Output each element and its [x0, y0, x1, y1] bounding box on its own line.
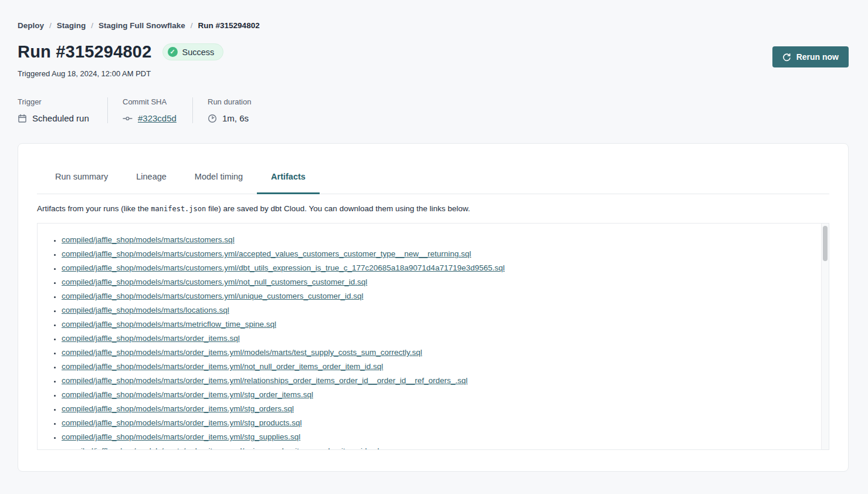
- artifact-link[interactable]: compiled/jaffle_shop/models/marts/order_…: [62, 348, 422, 357]
- tab-bar: Run summary Lineage Model timing Artifac…: [37, 172, 829, 194]
- stat-trigger: Trigger Scheduled run: [18, 97, 108, 123]
- breadcrumb-separator: /: [91, 21, 93, 30]
- clock-icon: [208, 114, 217, 123]
- list-item: compiled/jaffle_shop/models/marts/order_…: [62, 374, 811, 388]
- tab-run-summary[interactable]: Run summary: [41, 172, 122, 194]
- list-item: compiled/jaffle_shop/models/marts/custom…: [62, 233, 811, 247]
- list-item: compiled/jaffle_shop/models/marts/order_…: [62, 444, 811, 450]
- artifact-link[interactable]: compiled/jaffle_shop/models/marts/order_…: [62, 334, 240, 343]
- page-title: Run #315294802: [18, 42, 152, 62]
- header-row: Run #315294802 ✓ Success Triggered Aug 1…: [18, 42, 849, 78]
- artifact-link[interactable]: compiled/jaffle_shop/models/marts/metric…: [62, 320, 276, 329]
- artifact-link[interactable]: compiled/jaffle_shop/models/marts/custom…: [62, 235, 235, 244]
- list-item: compiled/jaffle_shop/models/marts/order_…: [62, 416, 811, 430]
- breadcrumb: Deploy / Staging / Staging Full Snowflak…: [18, 21, 849, 30]
- artifact-link[interactable]: compiled/jaffle_shop/models/marts/order_…: [62, 390, 313, 399]
- breadcrumb-staging[interactable]: Staging: [57, 21, 86, 30]
- artifact-link[interactable]: compiled/jaffle_shop/models/marts/custom…: [62, 263, 505, 272]
- rerun-now-label: Rerun now: [796, 52, 839, 62]
- rerun-now-button[interactable]: Rerun now: [772, 46, 849, 67]
- artifact-link[interactable]: compiled/jaffle_shop/models/marts/order_…: [62, 404, 294, 413]
- stat-duration-value: 1m, 6s: [222, 113, 249, 123]
- list-item: compiled/jaffle_shop/models/marts/order_…: [62, 402, 811, 416]
- commit-sha-link[interactable]: #323cd5d: [138, 113, 177, 123]
- tab-lineage[interactable]: Lineage: [122, 172, 181, 194]
- status-badge: ✓ Success: [162, 43, 224, 60]
- artifact-link[interactable]: compiled/jaffle_shop/models/marts/order_…: [62, 362, 383, 371]
- artifact-list-container: compiled/jaffle_shop/models/marts/custom…: [37, 223, 829, 450]
- stat-commit-label: Commit SHA: [123, 97, 177, 106]
- tab-model-timing[interactable]: Model timing: [181, 172, 257, 194]
- git-commit-icon: [123, 114, 133, 123]
- artifacts-description: Artifacts from your runs (like the manif…: [37, 204, 829, 213]
- stat-trigger-value: Scheduled run: [32, 113, 89, 123]
- stat-duration-label: Run duration: [208, 97, 251, 106]
- stat-duration: Run duration 1m, 6s: [193, 97, 267, 123]
- list-item: compiled/jaffle_shop/models/marts/order_…: [62, 331, 811, 346]
- run-stats: Trigger Scheduled run Commit SHA: [18, 97, 849, 123]
- stat-trigger-label: Trigger: [18, 97, 91, 106]
- triggered-timestamp: Triggered Aug 18, 2024, 12:00 AM PDT: [18, 69, 223, 78]
- scrollbar-thumb[interactable]: [823, 226, 828, 261]
- list-item: compiled/jaffle_shop/models/marts/custom…: [62, 261, 811, 275]
- list-item: compiled/jaffle_shop/models/marts/metric…: [62, 317, 811, 331]
- run-detail-page: Deploy / Staging / Staging Full Snowflak…: [0, 0, 868, 494]
- list-item: compiled/jaffle_shop/models/marts/custom…: [62, 247, 811, 261]
- list-item: compiled/jaffle_shop/models/marts/order_…: [62, 388, 811, 402]
- breadcrumb-separator: /: [191, 21, 193, 30]
- tab-artifacts[interactable]: Artifacts: [257, 172, 320, 194]
- breadcrumb-separator: /: [49, 21, 52, 30]
- breadcrumb-job[interactable]: Staging Full Snowflake: [99, 21, 185, 30]
- manifest-json-code: manifest.json: [151, 205, 206, 213]
- list-item: compiled/jaffle_shop/models/marts/custom…: [62, 275, 811, 289]
- list-item: compiled/jaffle_shop/models/marts/order_…: [62, 360, 811, 374]
- artifact-link[interactable]: compiled/jaffle_shop/models/marts/locati…: [62, 306, 229, 314]
- artifact-link[interactable]: compiled/jaffle_shop/models/marts/custom…: [62, 292, 363, 300]
- run-detail-card: Run summary Lineage Model timing Artifac…: [18, 143, 849, 472]
- scrollbar-track[interactable]: [821, 224, 829, 449]
- breadcrumb-deploy[interactable]: Deploy: [18, 21, 44, 30]
- list-item: compiled/jaffle_shop/models/marts/order_…: [62, 346, 811, 360]
- artifact-link[interactable]: compiled/jaffle_shop/models/marts/custom…: [62, 278, 367, 286]
- success-check-icon: ✓: [168, 47, 178, 57]
- stat-commit: Commit SHA #323cd5d: [108, 97, 193, 123]
- refresh-icon: [782, 53, 791, 62]
- breadcrumb-current-run: Run #315294802: [198, 21, 260, 30]
- artifact-link[interactable]: compiled/jaffle_shop/models/marts/custom…: [62, 249, 471, 258]
- calendar-icon: [18, 114, 27, 123]
- artifact-link[interactable]: compiled/jaffle_shop/models/marts/order_…: [62, 376, 467, 385]
- artifact-link[interactable]: compiled/jaffle_shop/models/marts/order_…: [62, 418, 301, 427]
- artifact-list: compiled/jaffle_shop/models/marts/custom…: [38, 224, 829, 450]
- list-item: compiled/jaffle_shop/models/marts/custom…: [62, 289, 811, 303]
- status-badge-label: Success: [182, 48, 215, 57]
- artifact-link[interactable]: compiled/jaffle_shop/models/marts/order_…: [62, 446, 379, 450]
- list-item: compiled/jaffle_shop/models/marts/order_…: [62, 430, 811, 444]
- artifact-link[interactable]: compiled/jaffle_shop/models/marts/order_…: [62, 432, 300, 441]
- list-item: compiled/jaffle_shop/models/marts/locati…: [62, 303, 811, 317]
